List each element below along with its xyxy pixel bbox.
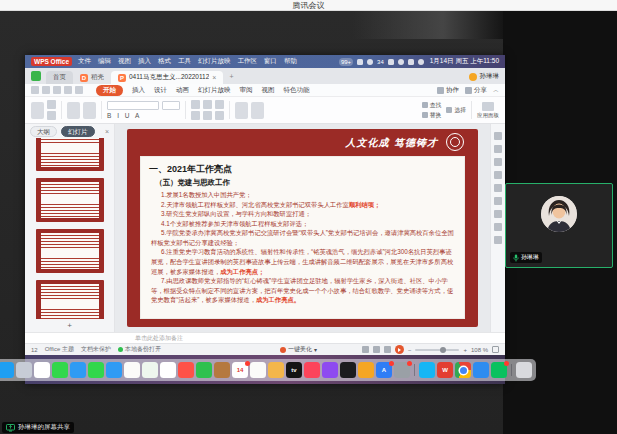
- properties-icon[interactable]: [494, 132, 502, 140]
- appstore-icon[interactable]: A: [376, 362, 392, 378]
- mac-menu-item[interactable]: 工作区: [238, 57, 258, 66]
- books-icon[interactable]: [214, 362, 230, 378]
- music-icon[interactable]: [304, 362, 320, 378]
- tab-docer[interactable]: D 稻壳: [73, 71, 111, 84]
- tab-slides[interactable]: 幻灯片: [61, 126, 95, 137]
- reminders-icon[interactable]: [250, 362, 266, 378]
- sync-count[interactable]: 34: [377, 59, 384, 65]
- tab-document[interactable]: P 0411马克思主义...20220112 ×: [111, 71, 223, 84]
- text-format-buttons[interactable]: B I U A: [107, 112, 180, 119]
- select-button[interactable]: 选择: [446, 106, 466, 115]
- color-grid-icon[interactable]: [34, 362, 50, 378]
- wps-home-icon[interactable]: [31, 71, 41, 81]
- color-scheme-icon[interactable]: [494, 158, 502, 166]
- tab-outline[interactable]: 大纲: [30, 126, 57, 137]
- font-size-select[interactable]: [162, 101, 180, 110]
- image-library-icon[interactable]: [494, 184, 502, 192]
- ribbon-tab[interactable]: 审阅: [240, 86, 253, 95]
- chrome-icon[interactable]: [455, 362, 471, 378]
- paste-icon[interactable]: [31, 102, 44, 119]
- current-slide[interactable]: 人文化成 笃德铸才 一、2021年工作亮点 （五）党建与思政工作 1.发展1名教…: [127, 129, 478, 327]
- zoom-out-button[interactable]: −: [408, 347, 412, 353]
- shapes-icon[interactable]: [251, 102, 264, 119]
- stocks-icon[interactable]: [340, 362, 356, 378]
- format-painter-icon[interactable]: [47, 111, 56, 120]
- launchpad-icon[interactable]: [16, 362, 32, 378]
- ribbon-tab[interactable]: 动画: [176, 86, 189, 95]
- reading-view-icon[interactable]: [384, 346, 391, 353]
- maps-icon[interactable]: [142, 362, 158, 378]
- tray-icon[interactable]: [367, 59, 373, 65]
- folder-icon[interactable]: [268, 362, 284, 378]
- fit-screen-icon[interactable]: [492, 346, 499, 353]
- align-left-icon[interactable]: [191, 100, 200, 109]
- settings-icon[interactable]: [394, 362, 410, 378]
- tray-icon[interactable]: [398, 59, 404, 65]
- finder-icon[interactable]: [0, 362, 14, 378]
- undo-icon[interactable]: [64, 86, 72, 94]
- mac-menu-item[interactable]: 格式: [158, 57, 171, 66]
- app-panel-button[interactable]: 应用面板: [477, 102, 499, 119]
- slide-thumbnail[interactable]: [36, 280, 104, 319]
- normal-view-icon[interactable]: [362, 346, 369, 353]
- font-family-select[interactable]: [107, 101, 159, 110]
- settings-tool-icon[interactable]: [494, 197, 502, 205]
- slide-thumbnail[interactable]: [36, 138, 104, 171]
- help-tool-icon[interactable]: [494, 223, 502, 231]
- wps-icon[interactable]: W: [437, 362, 453, 378]
- participant-video-tile[interactable]: 孙琳琳: [505, 183, 613, 268]
- facetime-icon[interactable]: [52, 362, 68, 378]
- picture-icon[interactable]: [235, 102, 248, 119]
- new-tab-button[interactable]: +: [229, 73, 233, 80]
- bullets-icon[interactable]: [191, 111, 200, 120]
- align-right-icon[interactable]: [215, 100, 224, 109]
- replace-button[interactable]: 替换: [422, 111, 442, 120]
- mac-menu-item[interactable]: 插入: [138, 57, 151, 66]
- close-sidebar-icon[interactable]: ×: [105, 128, 109, 135]
- line-spacing-icon[interactable]: [215, 111, 224, 120]
- protection-status[interactable]: 文档未保护: [81, 345, 111, 354]
- save-icon[interactable]: [31, 86, 39, 94]
- zoom-slider[interactable]: [415, 349, 459, 351]
- photos-icon[interactable]: [160, 362, 176, 378]
- theme-name[interactable]: Office 主题: [45, 345, 74, 354]
- wps-app-menu[interactable]: WPS Office: [31, 57, 72, 66]
- beautify-button[interactable]: 一键美化 ▾: [280, 345, 317, 354]
- ribbon-tab[interactable]: 设计: [154, 86, 167, 95]
- collab-button[interactable]: 协作: [437, 86, 459, 95]
- notes-icon[interactable]: [124, 362, 140, 378]
- new-slide-icon[interactable]: [67, 102, 80, 119]
- mail-icon[interactable]: [106, 362, 122, 378]
- control-center-icon[interactable]: [418, 59, 424, 65]
- tv-icon[interactable]: tv: [286, 362, 302, 378]
- account-chip[interactable]: 孙琳琳: [469, 72, 500, 81]
- share-button[interactable]: 分享: [465, 86, 487, 95]
- tray-icon[interactable]: [388, 59, 394, 65]
- safari-icon[interactable]: [70, 362, 86, 378]
- ribbon-tab[interactable]: 幻灯片放映: [198, 86, 231, 95]
- layout-icon[interactable]: [83, 102, 96, 119]
- qq-icon[interactable]: [419, 362, 435, 378]
- menubar-clock[interactable]: 1月14日 周五 上午11:50: [430, 57, 499, 66]
- mac-menu-item[interactable]: 窗口: [264, 57, 277, 66]
- wechat-icon[interactable]: [491, 362, 507, 378]
- trash-icon[interactable]: [516, 362, 532, 378]
- tab-home[interactable]: 首页: [46, 71, 73, 84]
- calendar-icon[interactable]: 14: [232, 362, 248, 378]
- zoom-slider-knob[interactable]: [440, 347, 446, 353]
- chat-badge[interactable]: 99+: [339, 58, 353, 66]
- redo-icon[interactable]: [75, 86, 83, 94]
- pages-icon[interactable]: [358, 362, 374, 378]
- slideshow-play-icon[interactable]: [395, 345, 404, 354]
- backup-status[interactable]: 本地备份打开: [118, 345, 161, 354]
- mac-menu-item[interactable]: 视图: [118, 57, 131, 66]
- ribbon-tab[interactable]: 视图: [262, 86, 275, 95]
- collapse-ribbon-icon[interactable]: ︿: [493, 86, 499, 95]
- messages-icon[interactable]: [88, 362, 104, 378]
- zoom-level[interactable]: 108 %: [471, 347, 488, 353]
- mac-menu-item[interactable]: 工具: [178, 57, 191, 66]
- slide-thumbnail[interactable]: [36, 229, 104, 273]
- add-slide-button[interactable]: +: [25, 319, 114, 332]
- align-center-icon[interactable]: [203, 100, 212, 109]
- ribbon-tab[interactable]: 特色功能: [284, 86, 310, 95]
